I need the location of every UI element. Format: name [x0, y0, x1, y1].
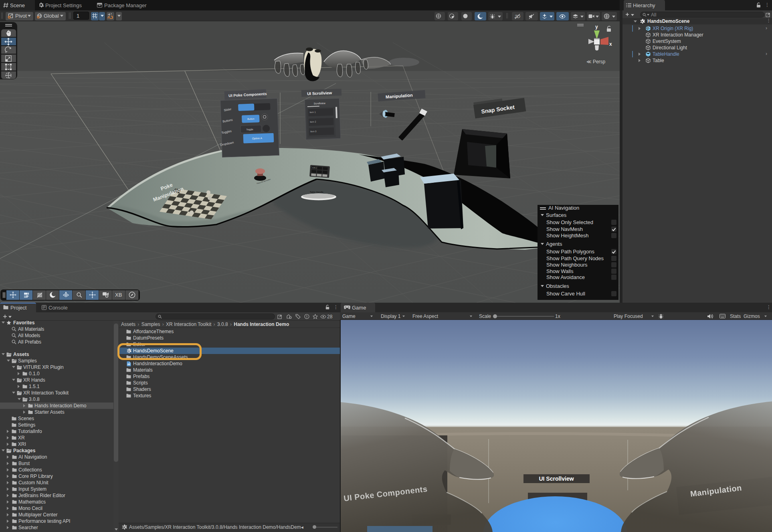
- svg-text:UI Scrollview: UI Scrollview: [307, 91, 332, 96]
- svg-text:y: y: [595, 24, 598, 30]
- svg-text:Item 3: Item 3: [310, 130, 316, 133]
- svg-text:Item 1: Item 1: [309, 111, 315, 113]
- svg-text:Toggle: Toggle: [246, 128, 254, 131]
- svg-text:Y: Y: [95, 16, 97, 19]
- svg-text:Table Handle: Table Handle: [310, 191, 323, 193]
- svg-text:UI Scrollview: UI Scrollview: [539, 475, 574, 482]
- svg-text:≪ Persp: ≪ Persp: [586, 59, 606, 65]
- svg-text:Item 2: Item 2: [310, 120, 316, 123]
- svg-text:x: x: [609, 41, 612, 47]
- svg-text:Scrollview: Scrollview: [313, 102, 325, 105]
- svg-text:E B 3: E B 3: [312, 167, 317, 169]
- svg-text:Button: Button: [247, 117, 255, 120]
